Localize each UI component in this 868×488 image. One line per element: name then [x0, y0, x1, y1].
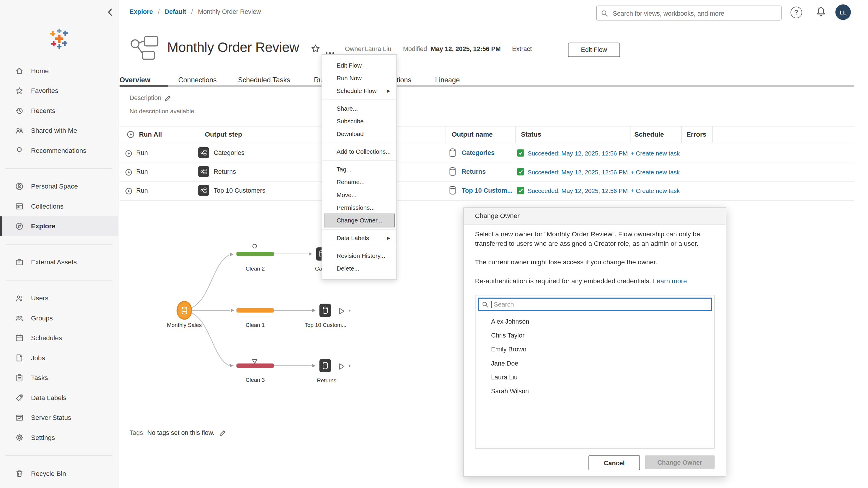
output-name-link[interactable]: Categories	[462, 149, 495, 156]
sidebar-item-server-status[interactable]: Server Status	[0, 408, 118, 428]
edit-flow-button[interactable]: Edit Flow	[568, 42, 620, 57]
global-search[interactable]	[596, 6, 781, 21]
search-icon	[482, 301, 488, 307]
breadcrumb-separator: /	[158, 8, 160, 15]
sidebar-item-favorites[interactable]: Favorites	[0, 81, 118, 101]
more-actions-menu: Edit Flow Run Now Schedule Flow▶ Share..…	[321, 54, 397, 280]
sidebar-item-data-labels[interactable]: Data Labels	[0, 388, 118, 408]
run-all-button[interactable]: Run All	[139, 131, 162, 138]
success-check-icon	[517, 187, 524, 194]
sidebar-collapse-button[interactable]	[105, 7, 115, 17]
menu-item-move[interactable]: Move...	[322, 189, 396, 201]
run-output-play-icon[interactable]	[339, 307, 345, 314]
table-border	[120, 143, 854, 143]
menu-divider	[322, 100, 396, 100]
run-icon[interactable]	[125, 149, 132, 156]
sidebar-item-personal-space[interactable]: Personal Space	[0, 176, 118, 196]
run-button[interactable]: Run	[136, 187, 148, 194]
run-icon[interactable]	[125, 168, 132, 175]
shared-users-icon	[15, 126, 24, 135]
breadcrumb-explore[interactable]: Explore	[130, 8, 153, 15]
menu-item-download[interactable]: Download	[322, 128, 396, 140]
run-output-play-icon[interactable]	[339, 362, 345, 369]
sidebar-item-home[interactable]: Home	[0, 61, 118, 81]
sidebar-item-recommendations[interactable]: Recommendations	[0, 140, 118, 161]
user-avatar[interactable]: LL	[835, 4, 851, 20]
menu-item-permissions[interactable]: Permissions...	[322, 201, 396, 214]
tab-overview[interactable]: Overview	[120, 76, 150, 84]
menu-item-change-owner[interactable]: Change Owner...	[324, 214, 394, 227]
user-list-item[interactable]: Chris Taylor	[476, 328, 714, 342]
user-list-item[interactable]: Emily Brown	[476, 342, 714, 356]
menu-divider	[322, 247, 396, 247]
sidebar-item-schedules[interactable]: Schedules	[0, 328, 118, 348]
sidebar-item-groups[interactable]: Groups	[0, 308, 118, 328]
app-window: Home Favorites Recents Shared with Me Re…	[0, 0, 868, 488]
database-icon	[449, 167, 456, 176]
help-button[interactable]: ?	[790, 7, 802, 18]
tab-lineage[interactable]: Lineage	[435, 76, 460, 84]
create-new-task-link[interactable]: + Create new task	[631, 188, 680, 194]
favorite-star-icon[interactable]	[311, 44, 321, 54]
flow-step-label: Clean 1	[237, 322, 274, 328]
run-button[interactable]: Run	[136, 149, 148, 156]
sidebar-item-explore[interactable]: Explore	[0, 216, 118, 236]
play-menu-dot-icon[interactable]	[349, 365, 350, 367]
more-actions-icon[interactable]	[325, 47, 335, 50]
tab-connections[interactable]: Connections	[178, 76, 217, 84]
column-divider	[681, 126, 682, 143]
sidebar-nav: Home Favorites Recents Shared with Me Re…	[0, 61, 118, 484]
menu-item-schedule-flow[interactable]: Schedule Flow▶	[322, 85, 396, 97]
output-name-link[interactable]: Returns	[462, 168, 486, 175]
output-name-link[interactable]: Top 10 Custom...	[462, 187, 513, 194]
learn-more-link[interactable]: Learn more	[653, 277, 687, 285]
sidebar-item-shared-with-me[interactable]: Shared with Me	[0, 121, 118, 141]
sidebar-item-external-assets[interactable]: External Assets	[0, 252, 118, 272]
breadcrumb-default[interactable]: Default	[165, 8, 186, 15]
user-list-item[interactable]: Laura Liu	[476, 370, 714, 384]
edit-description-pencil-icon[interactable]	[164, 94, 171, 101]
user-list-item[interactable]: Alex Johnson	[476, 314, 714, 328]
run-icon[interactable]	[125, 187, 132, 194]
run-all-icon[interactable]	[127, 131, 134, 138]
change-owner-dialog: Change Owner Select a new owner for “Mon…	[463, 207, 726, 477]
status-link[interactable]: Succeeded: May 12, 2025, 12:56 PM	[528, 188, 628, 194]
menu-item-run-now[interactable]: Run Now	[322, 72, 396, 85]
server-status-icon	[15, 413, 24, 422]
create-new-task-link[interactable]: + Create new task	[631, 169, 680, 175]
owner-search[interactable]	[478, 298, 712, 311]
tab-scheduled-tasks[interactable]: Scheduled Tasks	[238, 76, 290, 84]
sidebar-item-users[interactable]: Users	[0, 288, 118, 308]
menu-item-rename[interactable]: Rename...	[322, 176, 396, 189]
play-menu-dot-icon[interactable]	[349, 310, 350, 312]
menu-item-data-labels[interactable]: Data Labels▶	[322, 232, 396, 245]
user-list-item[interactable]: Jane Doe	[476, 356, 714, 370]
create-new-task-link[interactable]: + Create new task	[631, 150, 680, 157]
owner-name-link[interactable]: Laura Liu	[365, 45, 392, 52]
menu-item-share[interactable]: Share...	[322, 102, 396, 115]
sidebar-item-recents[interactable]: Recents	[0, 101, 118, 121]
notifications-bell-icon[interactable]	[815, 6, 827, 18]
edit-tags-pencil-icon[interactable]	[219, 429, 226, 435]
status-link[interactable]: Succeeded: May 12, 2025, 12:56 PM	[528, 150, 628, 157]
sidebar-item-recycle-bin[interactable]: Recycle Bin	[0, 463, 118, 484]
cancel-button[interactable]: Cancel	[588, 455, 640, 470]
menu-item-delete[interactable]: Delete...	[322, 262, 396, 275]
sidebar-item-settings[interactable]: Settings	[0, 427, 118, 448]
menu-item-tag[interactable]: Tag...	[322, 163, 396, 176]
owner-search-input[interactable]	[493, 300, 711, 308]
status-link[interactable]: Succeeded: May 12, 2025, 12:56 PM	[528, 169, 628, 175]
sidebar-item-tasks[interactable]: Tasks	[0, 368, 118, 388]
menu-item-edit-flow[interactable]: Edit Flow	[322, 59, 396, 72]
menu-item-revision-history[interactable]: Revision History...	[322, 250, 396, 262]
menu-item-add-to-collections[interactable]: Add to Collections...	[322, 145, 396, 158]
user-list-item[interactable]: Sarah Wilson	[476, 384, 714, 398]
sidebar-item-collections[interactable]: Collections	[0, 196, 118, 217]
avatar-initials: LL	[840, 9, 846, 15]
run-button[interactable]: Run	[136, 168, 148, 175]
output-step-label: Top 10 Customers	[214, 187, 266, 194]
change-owner-button[interactable]: Change Owner	[645, 455, 714, 469]
sidebar-item-jobs[interactable]: Jobs	[0, 348, 118, 368]
menu-item-subscribe[interactable]: Subscribe...	[322, 115, 396, 128]
global-search-input[interactable]	[612, 9, 781, 17]
